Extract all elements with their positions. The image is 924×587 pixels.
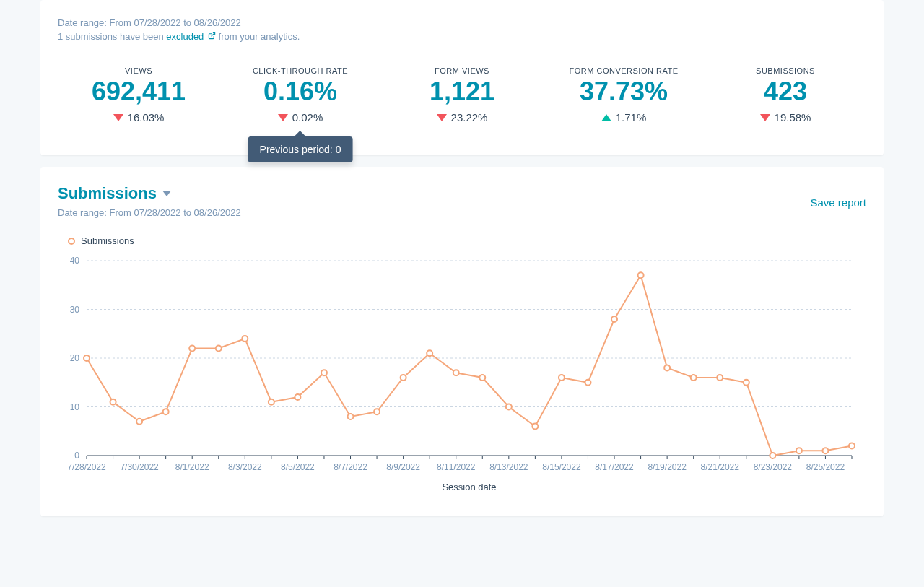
svg-point-71 xyxy=(453,370,459,375)
legend-label: Submissions xyxy=(81,235,134,246)
arrow-down-icon xyxy=(437,114,447,121)
excluded-notice: 1 submissions have been excluded from yo… xyxy=(58,31,866,42)
legend-marker-icon xyxy=(68,238,75,245)
kpi-value: 0.16% xyxy=(219,77,381,107)
svg-point-78 xyxy=(638,272,644,278)
svg-text:8/3/2022: 8/3/2022 xyxy=(228,462,262,472)
svg-point-68 xyxy=(374,409,380,414)
svg-text:0: 0 xyxy=(74,451,79,461)
svg-point-76 xyxy=(585,380,590,386)
svg-text:30: 30 xyxy=(70,305,80,315)
svg-point-73 xyxy=(506,404,512,410)
svg-text:8/23/2022: 8/23/2022 xyxy=(754,462,793,472)
svg-text:8/9/2022: 8/9/2022 xyxy=(386,462,420,472)
kpi-label: SUBMISSIONS xyxy=(705,66,866,75)
svg-point-57 xyxy=(84,355,90,361)
svg-line-0 xyxy=(212,32,215,36)
svg-point-66 xyxy=(321,370,327,375)
svg-point-81 xyxy=(717,375,723,381)
save-report-button[interactable]: Save report xyxy=(810,196,866,209)
kpi-delta: 23.22% xyxy=(437,111,488,123)
svg-point-85 xyxy=(822,448,828,453)
submissions-chart: 0102030407/28/20227/30/20228/1/20228/3/2… xyxy=(58,253,866,499)
arrow-down-icon xyxy=(760,114,770,121)
svg-point-61 xyxy=(189,346,195,352)
svg-text:7/28/2022: 7/28/2022 xyxy=(67,462,106,472)
kpi-click-through-rate[interactable]: CLICK-THROUGH RATE0.16%0.02%Previous per… xyxy=(219,66,381,123)
svg-point-62 xyxy=(216,346,222,352)
svg-point-75 xyxy=(559,375,565,381)
kpi-value: 692,411 xyxy=(58,77,219,107)
svg-point-84 xyxy=(796,448,802,453)
kpi-value: 37.73% xyxy=(543,77,705,107)
kpi-card: Date range: From 07/28/2022 to 08/26/202… xyxy=(40,0,884,155)
svg-point-64 xyxy=(269,399,274,405)
svg-point-82 xyxy=(744,380,749,386)
chart-title-dropdown[interactable]: Submissions xyxy=(58,184,171,203)
arrow-down-icon xyxy=(278,114,288,121)
chevron-down-icon xyxy=(162,191,171,196)
kpi-delta: 0.02% xyxy=(278,111,323,123)
kpi-delta: 19.58% xyxy=(760,111,811,123)
kpi-label: CLICK-THROUGH RATE xyxy=(219,66,381,75)
kpi-submissions[interactable]: SUBMISSIONS42319.58% xyxy=(705,66,866,123)
svg-text:8/13/2022: 8/13/2022 xyxy=(489,462,528,472)
svg-text:8/5/2022: 8/5/2022 xyxy=(281,462,315,472)
svg-text:8/15/2022: 8/15/2022 xyxy=(542,462,581,472)
svg-point-69 xyxy=(401,375,406,381)
kpi-label: FORM CONVERSION RATE xyxy=(543,66,705,75)
svg-text:8/17/2022: 8/17/2022 xyxy=(595,462,634,472)
chart-legend[interactable]: Submissions xyxy=(68,235,134,246)
kpi-delta: 16.03% xyxy=(113,111,165,123)
excluded-prefix: 1 submissions have been xyxy=(58,31,166,42)
svg-text:Session date: Session date xyxy=(442,482,496,492)
arrow-up-icon xyxy=(601,114,611,121)
excluded-suffix: from your analytics. xyxy=(219,31,300,42)
kpi-label: VIEWS xyxy=(58,66,219,75)
kpi-delta: 1.71% xyxy=(601,111,647,123)
svg-point-86 xyxy=(849,443,855,449)
svg-point-67 xyxy=(348,414,354,419)
svg-point-63 xyxy=(242,336,248,342)
svg-text:20: 20 xyxy=(70,353,80,363)
svg-text:8/25/2022: 8/25/2022 xyxy=(806,462,845,472)
svg-point-59 xyxy=(136,419,142,425)
svg-text:8/19/2022: 8/19/2022 xyxy=(648,462,687,472)
chart-date-range: Date range: From 07/28/2022 to 08/26/202… xyxy=(58,207,241,218)
kpi-row: VIEWS692,41116.03%CLICK-THROUGH RATE0.16… xyxy=(58,45,866,138)
date-range-text: Date range: From 07/28/2022 to 08/26/202… xyxy=(58,17,866,28)
svg-text:10: 10 xyxy=(70,402,80,412)
svg-point-80 xyxy=(691,375,697,381)
svg-point-77 xyxy=(611,316,617,322)
kpi-value: 423 xyxy=(705,77,866,107)
svg-point-70 xyxy=(427,350,432,356)
svg-text:8/21/2022: 8/21/2022 xyxy=(701,462,740,472)
svg-text:8/7/2022: 8/7/2022 xyxy=(334,462,367,472)
external-link-icon xyxy=(208,31,216,42)
svg-point-74 xyxy=(532,424,538,430)
excluded-link[interactable]: excluded xyxy=(166,31,218,42)
kpi-form-views[interactable]: FORM VIEWS1,12123.22% xyxy=(381,66,543,123)
arrow-down-icon xyxy=(113,114,123,121)
svg-point-65 xyxy=(295,394,300,400)
kpi-views[interactable]: VIEWS692,41116.03% xyxy=(58,66,219,123)
chart-title-text: Submissions xyxy=(58,184,157,203)
previous-period-tooltip: Previous period: 0 xyxy=(248,136,353,162)
svg-point-79 xyxy=(664,365,670,371)
kpi-form-conversion-rate[interactable]: FORM CONVERSION RATE37.73%1.71% xyxy=(543,66,705,123)
svg-point-58 xyxy=(110,399,116,405)
svg-text:8/11/2022: 8/11/2022 xyxy=(437,462,476,472)
chart-card: Submissions Date range: From 07/28/2022 … xyxy=(40,167,884,516)
kpi-value: 1,121 xyxy=(381,77,543,107)
svg-text:7/30/2022: 7/30/2022 xyxy=(120,462,159,472)
svg-point-60 xyxy=(163,409,169,414)
svg-text:40: 40 xyxy=(70,256,80,266)
svg-text:8/1/2022: 8/1/2022 xyxy=(175,462,209,472)
svg-point-72 xyxy=(479,375,485,381)
kpi-label: FORM VIEWS xyxy=(381,66,543,75)
svg-point-83 xyxy=(770,453,775,458)
